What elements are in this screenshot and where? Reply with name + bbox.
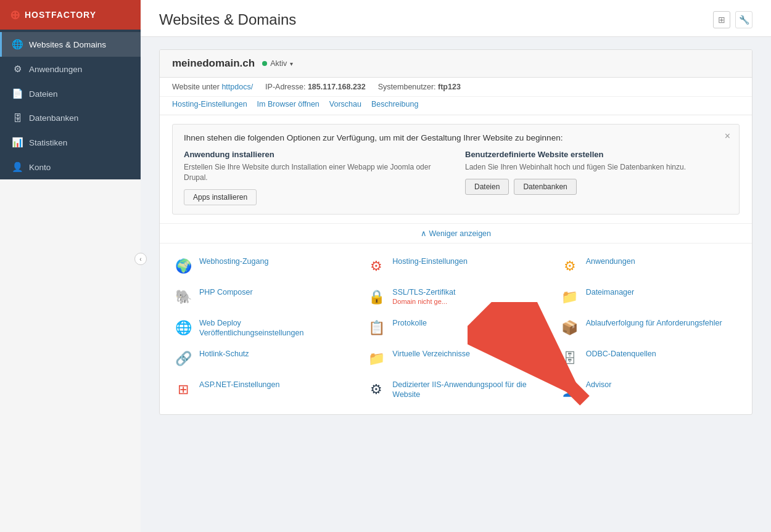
aspnet-name: ASP.NET-Einstellungen xyxy=(199,380,352,390)
apps-install-btn[interactable]: Apps installieren xyxy=(184,189,257,205)
tool-icon-btn[interactable]: 🔧 xyxy=(735,11,752,28)
dedizierter-name: Dedizierter IIS-Anwendungspool für die W… xyxy=(392,380,545,400)
option-install-app: Anwendung installieren Erstellen Sie Ihr… xyxy=(184,150,447,205)
option-custom-site: Benutzerdefinierte Website erstellen Lad… xyxy=(465,150,728,205)
ablaufverfolgung-icon: 📦 xyxy=(560,318,580,338)
open-browser-link[interactable]: Im Browser öffnen xyxy=(257,100,320,108)
feature-item-webhosting[interactable]: 🌍Webhosting-Zugang xyxy=(166,251,359,282)
toggle-section: ∧ Weniger anzeigen xyxy=(160,223,752,243)
databases-btn[interactable]: Datenbanken xyxy=(514,179,576,195)
status-dot xyxy=(262,61,267,66)
php-composer-name: PHP Composer xyxy=(199,287,352,297)
hotlink-name: Hotlink-Schutz xyxy=(199,349,352,359)
advisor-icon: 👤 xyxy=(560,380,580,399)
feature-item-ablaufverfolgung[interactable]: 📦Ablaufverfolgung für Anforderungsfehler xyxy=(553,313,746,344)
feature-item-advisor[interactable]: 👤Advisor xyxy=(553,374,746,406)
expand-icon-btn[interactable]: ⊞ xyxy=(713,11,730,28)
page-title: Websites & Domains xyxy=(159,11,296,28)
httpdocs-link[interactable]: httpdocs/ xyxy=(221,83,253,91)
virtuelle-verz-name: Virtuelle Verzeichnisse xyxy=(392,349,545,359)
preview-link[interactable]: Vorschau xyxy=(329,100,361,108)
dateimanager-icon: 📁 xyxy=(560,287,580,307)
domain-name: meinedomain.ch xyxy=(172,57,255,70)
description-link[interactable]: Beschreibung xyxy=(371,100,418,108)
sidebar-item-account[interactable]: 👤 Konto xyxy=(0,155,141,179)
websites-icon: 🌐 xyxy=(12,39,23,50)
feature-item-hotlink[interactable]: 🔗Hotlink-Schutz xyxy=(166,343,359,374)
anwendungen-icon: ⚙ xyxy=(560,256,580,276)
main-body: meinedomain.ch Aktiv ▾ Website unter htt… xyxy=(141,37,771,427)
anwendungen-name: Anwendungen xyxy=(586,256,738,266)
option1-heading: Anwendung installieren xyxy=(184,150,447,159)
php-composer-icon: 🐘 xyxy=(173,287,193,307)
sidebar-item-files[interactable]: 📄 Dateien xyxy=(0,81,141,106)
hotlink-icon: 🔗 xyxy=(173,349,193,369)
odbc-icon: 🗄 xyxy=(560,349,580,369)
hosting-settings-name: Hosting-Einstellungen xyxy=(392,256,545,266)
chevron-down-icon: ▾ xyxy=(290,60,293,67)
sidebar-collapse-btn[interactable]: ‹ xyxy=(134,253,147,265)
web-deploy-icon: 🌐 xyxy=(173,318,193,338)
feature-item-php-composer[interactable]: 🐘PHP Composer xyxy=(166,282,359,313)
feature-item-web-deploy[interactable]: 🌐Web Deploy Veröffentlichungseinstellung… xyxy=(166,313,359,344)
option2-heading: Benutzerdefinierte Website erstellen xyxy=(465,150,728,159)
aspnet-icon: ⊞ xyxy=(173,380,193,399)
feature-item-anwendungen[interactable]: ⚙Anwendungen xyxy=(553,251,746,282)
domain-card-info: Website unter httpdocs/ IP-Adresse: 185.… xyxy=(160,78,752,97)
sidebar-item-apps[interactable]: ⚙ Anwendungen xyxy=(0,57,141,81)
domain-card-header: meinedomain.ch Aktiv ▾ xyxy=(160,50,752,78)
info-box-title: Ihnen stehen die folgenden Optionen zur … xyxy=(184,133,728,142)
main-content: Websites & Domains ⊞ 🔧 meinedomain.ch Ak… xyxy=(141,0,771,532)
feature-item-hosting-settings[interactable]: ⚙Hosting-Einstellungen xyxy=(359,251,552,282)
domain-card-links: Hosting-Einstellungen Im Browser öffnen … xyxy=(160,97,752,115)
advisor-name: Advisor xyxy=(586,380,738,390)
hosting-settings-icon: ⚙ xyxy=(366,256,386,276)
domain-card: meinedomain.ch Aktiv ▾ Website unter htt… xyxy=(159,49,752,415)
info-box: × Ihnen stehen die folgenden Optionen zu… xyxy=(172,124,740,215)
feature-item-dateimanager[interactable]: 📁Dateimanager xyxy=(553,282,746,313)
virtuelle-verz-icon: 📁 xyxy=(366,349,386,369)
hosting-settings-link[interactable]: Hosting-Einstellungen xyxy=(172,100,247,108)
feature-item-dedizierter[interactable]: ⚙Dedizierter IIS-Anwendungspool für die … xyxy=(359,374,552,406)
webhosting-icon: 🌍 xyxy=(173,256,193,276)
sidebar-item-databases[interactable]: 🗄 Datenbanken xyxy=(0,106,141,130)
web-deploy-name: Web Deploy Veröffentlichungseinstellunge… xyxy=(199,318,352,338)
files-btn[interactable]: Dateien xyxy=(465,179,509,195)
toggle-link[interactable]: ∧ Weniger anzeigen xyxy=(421,229,491,238)
main-header: Websites & Domains ⊞ 🔧 xyxy=(141,0,771,37)
protokolle-name: Protokolle xyxy=(392,318,545,328)
ssl-icon: 🔒 xyxy=(366,287,386,307)
feature-item-virtuelle-verz[interactable]: 📁Virtuelle Verzeichnisse xyxy=(359,343,552,374)
odbc-name: ODBC-Datenquellen xyxy=(586,349,738,359)
info-box-options: Anwendung installieren Erstellen Sie Ihr… xyxy=(184,150,728,205)
feature-item-aspnet[interactable]: ⊞ASP.NET-Einstellungen xyxy=(166,374,359,406)
protokolle-icon: 📋 xyxy=(366,318,386,338)
apps-icon: ⚙ xyxy=(12,63,23,75)
ablaufverfolgung-name: Ablaufverfolgung für Anforderungsfehler xyxy=(586,318,738,328)
feature-item-odbc[interactable]: 🗄ODBC-Datenquellen xyxy=(553,343,746,374)
sidebar-item-stats[interactable]: 📊 Statistiken xyxy=(0,130,141,155)
status-badge[interactable]: Aktiv ▾ xyxy=(262,59,293,68)
feature-item-ssl[interactable]: 🔒SSL/TLS-ZertifikatDomain nicht ge... xyxy=(359,282,552,313)
dedizierter-icon: ⚙ xyxy=(366,380,386,399)
info-box-close[interactable]: × xyxy=(725,131,730,142)
option1-desc: Erstellen Sie Ihre Website durch Install… xyxy=(184,162,447,183)
option2-desc: Laden Sie Ihren Webinhalt hoch und fügen… xyxy=(465,162,728,173)
files-icon: 📄 xyxy=(12,88,23,99)
ssl-name: SSL/TLS-Zertifikat xyxy=(392,287,545,297)
databases-icon: 🗄 xyxy=(12,113,23,123)
ssl-sub: Domain nicht ge... xyxy=(392,297,545,306)
logo: ⊕ HOSTFACTORY xyxy=(0,0,141,30)
features-grid: 🌍Webhosting-Zugang⚙Hosting-Einstellungen… xyxy=(160,246,752,414)
webhosting-name: Webhosting-Zugang xyxy=(199,256,352,266)
sidebar-item-websites[interactable]: 🌐 Websites & Domains xyxy=(0,32,141,57)
dateimanager-name: Dateimanager xyxy=(586,287,738,297)
header-icons: ⊞ 🔧 xyxy=(713,11,752,28)
account-icon: 👤 xyxy=(12,162,23,173)
feature-item-protokolle[interactable]: 📋Protokolle xyxy=(359,313,552,344)
sidebar-nav: 🌐 Websites & Domains ⚙ Anwendungen 📄 Dat… xyxy=(0,30,141,179)
stats-icon: 📊 xyxy=(12,137,23,148)
